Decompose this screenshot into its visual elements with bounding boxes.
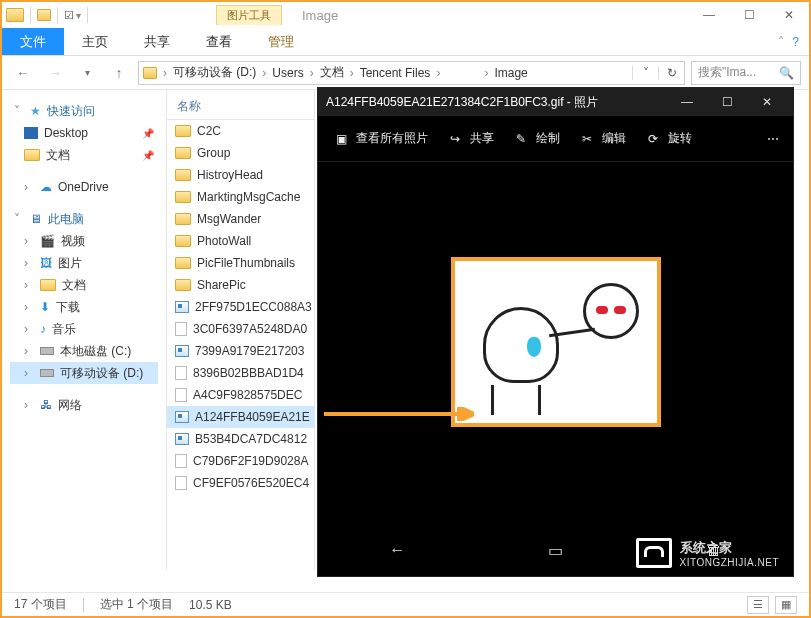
nav-back-button[interactable]: ← bbox=[10, 60, 36, 86]
folder-row[interactable]: PicFileThumbnails bbox=[167, 252, 314, 274]
nav-desktop[interactable]: Desktop📌 bbox=[10, 122, 158, 144]
folder-row[interactable]: Group bbox=[167, 142, 314, 164]
watermark: 系统之家 XITONGZHIJIA.NET bbox=[636, 538, 780, 568]
nav-forward-button[interactable]: → bbox=[42, 60, 68, 86]
photos-minimize-button[interactable]: — bbox=[669, 95, 705, 109]
photos-edit-button[interactable]: ✂编辑 bbox=[578, 130, 626, 148]
window-title: Image bbox=[302, 8, 338, 23]
file-name: C2C bbox=[197, 124, 221, 138]
nav-pictures[interactable]: ›🖼图片 bbox=[10, 252, 158, 274]
file-row[interactable]: A124FFB4059EA21E bbox=[167, 406, 314, 428]
folder-row[interactable]: HistroyHead bbox=[167, 164, 314, 186]
photos-title-bar: A124FFB4059EA21E271384C2F1B0FC3.gif - 照片… bbox=[318, 88, 793, 116]
minimize-button[interactable]: — bbox=[689, 2, 729, 28]
folder-row[interactable]: MarktingMsgCache bbox=[167, 186, 314, 208]
file-name: MsgWander bbox=[197, 212, 261, 226]
photos-share-button[interactable]: ↪共享 bbox=[446, 130, 494, 148]
nav-quick-access[interactable]: ˅★快速访问 bbox=[10, 100, 158, 122]
status-bar: 17 个项目 选中 1 个项目 10.5 KB ☰ ▦ bbox=[2, 592, 809, 616]
nav-docs2[interactable]: ›文档 bbox=[10, 274, 158, 296]
file-name: 8396B02BBBAD1D4 bbox=[193, 366, 304, 380]
file-row[interactable]: 7399A9179E217203 bbox=[167, 340, 314, 362]
nav-documents[interactable]: 文档📌 bbox=[10, 144, 158, 166]
ribbon-tab-share[interactable]: 共享 bbox=[126, 28, 188, 55]
file-icon bbox=[175, 454, 187, 468]
photos-canvas bbox=[318, 162, 793, 522]
close-button[interactable]: ✕ bbox=[769, 2, 809, 28]
photos-slideshow-button[interactable]: ▭ bbox=[548, 541, 563, 560]
nav-history-button[interactable]: ▾ bbox=[74, 60, 100, 86]
folder-icon bbox=[175, 147, 191, 159]
ribbon-collapse-icon[interactable]: ˄ bbox=[778, 35, 784, 49]
photos-view-all-button[interactable]: ▣查看所有照片 bbox=[332, 130, 428, 148]
search-input[interactable]: 搜索"Ima... 🔍 bbox=[691, 61, 801, 85]
file-name: PicFileThumbnails bbox=[197, 256, 295, 270]
ribbon-tab-home[interactable]: 主页 bbox=[64, 28, 126, 55]
photos-draw-button[interactable]: ✎绘制 bbox=[512, 130, 560, 148]
image-preview bbox=[451, 257, 661, 427]
folder-icon bbox=[175, 235, 191, 247]
view-thumbnails-button[interactable]: ▦ bbox=[775, 596, 797, 614]
ribbon-tab-manage[interactable]: 管理 bbox=[250, 28, 312, 55]
file-icon bbox=[175, 322, 187, 336]
file-row[interactable]: 8396B02BBBAD1D4 bbox=[167, 362, 314, 384]
file-row[interactable]: A4C9F9828575DEC bbox=[167, 384, 314, 406]
folder-icon bbox=[175, 169, 191, 181]
folder-row[interactable]: MsgWander bbox=[167, 208, 314, 230]
photos-rotate-button[interactable]: ⟳旋转 bbox=[644, 130, 692, 148]
contextual-tab-label: 图片工具 bbox=[216, 5, 282, 25]
file-row[interactable]: CF9EF0576E520EC4 bbox=[167, 472, 314, 494]
image-file-icon bbox=[175, 345, 189, 357]
nav-onedrive[interactable]: ›☁OneDrive bbox=[10, 176, 158, 198]
nav-videos[interactable]: ›🎬视频 bbox=[10, 230, 158, 252]
nav-dropdown-icon[interactable]: ˅ bbox=[632, 66, 658, 80]
ribbon-tab-view[interactable]: 查看 bbox=[188, 28, 250, 55]
file-name: PhotoWall bbox=[197, 234, 251, 248]
help-icon[interactable]: ? bbox=[792, 35, 799, 49]
file-name: Group bbox=[197, 146, 230, 160]
status-size: 10.5 KB bbox=[189, 598, 232, 612]
file-row[interactable]: 3C0F6397A5248DA0 bbox=[167, 318, 314, 340]
refresh-button[interactable]: ↻ bbox=[658, 66, 684, 80]
nav-drive-c[interactable]: ›本地磁盘 (C:) bbox=[10, 340, 158, 362]
nav-this-pc[interactable]: ˅🖥此电脑 bbox=[10, 208, 158, 230]
folder-icon bbox=[175, 257, 191, 269]
nav-network[interactable]: ›🖧网络 bbox=[10, 394, 158, 416]
ribbon-tab-file[interactable]: 文件 bbox=[2, 28, 64, 55]
qat-check-icon[interactable]: ☑ bbox=[64, 9, 74, 22]
photos-viewer-window: A124FFB4059EA21E271384C2F1B0FC3.gif - 照片… bbox=[317, 87, 794, 577]
photos-more-button[interactable]: ⋯ bbox=[767, 132, 779, 146]
file-icon bbox=[175, 366, 187, 380]
photos-close-button[interactable]: ✕ bbox=[749, 95, 785, 109]
file-row[interactable]: B53B4DCA7DC4812 bbox=[167, 428, 314, 450]
folder-row[interactable]: C2C bbox=[167, 120, 314, 142]
file-icon bbox=[175, 476, 187, 490]
file-name: SharePic bbox=[197, 278, 246, 292]
share-icon: ↪ bbox=[446, 130, 464, 148]
navigation-pane: ˅★快速访问 Desktop📌 文档📌 ›☁OneDrive ˅🖥此电脑 ›🎬视… bbox=[2, 90, 167, 570]
image-file-icon bbox=[175, 301, 189, 313]
file-list: 名称 C2CGroupHistroyHeadMarktingMsgCacheMs… bbox=[167, 90, 315, 570]
view-details-button[interactable]: ☰ bbox=[747, 596, 769, 614]
breadcrumb[interactable]: › 可移动设备 (D:)› Users› 文档› Tencent Files› … bbox=[138, 61, 685, 85]
pin-icon: 📌 bbox=[142, 150, 158, 161]
nav-music[interactable]: ›♪音乐 bbox=[10, 318, 158, 340]
file-row[interactable]: C79D6F2F19D9028A bbox=[167, 450, 314, 472]
watermark-icon bbox=[636, 538, 672, 568]
nav-drive-d[interactable]: ›可移动设备 (D:) bbox=[10, 362, 158, 384]
image-file-icon bbox=[175, 411, 189, 423]
photos-back-button[interactable]: ← bbox=[389, 541, 405, 559]
file-name: 2FF975D1ECC088A3 bbox=[195, 300, 312, 314]
nav-downloads[interactable]: ›⬇下载 bbox=[10, 296, 158, 318]
photos-maximize-button[interactable]: ☐ bbox=[709, 95, 745, 109]
column-header-name[interactable]: 名称 bbox=[167, 94, 314, 120]
file-name: B53B4DCA7DC4812 bbox=[195, 432, 307, 446]
file-name: 7399A9179E217203 bbox=[195, 344, 304, 358]
folder-row[interactable]: PhotoWall bbox=[167, 230, 314, 252]
folder-icon bbox=[175, 191, 191, 203]
folder-row[interactable]: SharePic bbox=[167, 274, 314, 296]
qat-open-icon[interactable] bbox=[37, 9, 51, 21]
maximize-button[interactable]: ☐ bbox=[729, 2, 769, 28]
file-row[interactable]: 2FF975D1ECC088A3 bbox=[167, 296, 314, 318]
nav-up-button[interactable]: ↑ bbox=[106, 60, 132, 86]
